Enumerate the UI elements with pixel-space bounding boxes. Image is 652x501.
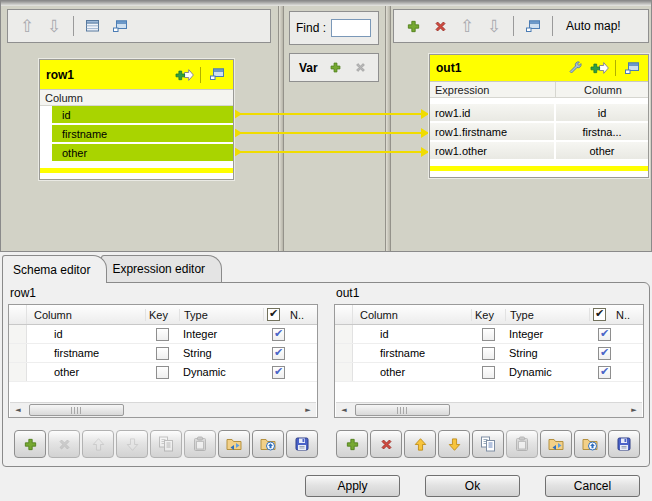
key-checkbox[interactable] xyxy=(482,366,495,379)
move-up-button[interactable] xyxy=(82,430,114,458)
type-cell[interactable]: Dynamic xyxy=(505,366,589,378)
cancel-button[interactable]: Cancel xyxy=(545,475,640,497)
type-cell[interactable]: Dynamic xyxy=(179,366,263,378)
schema-row[interactable]: other Dynamic xyxy=(9,363,317,382)
move-down-button[interactable] xyxy=(116,430,148,458)
scrollbar-track[interactable] xyxy=(352,403,626,418)
mapping-link[interactable] xyxy=(234,132,429,134)
column-cell[interactable]: id xyxy=(556,104,648,121)
paste-button[interactable] xyxy=(184,430,216,458)
apply-button[interactable]: Apply xyxy=(305,475,400,497)
column-name-cell[interactable]: other xyxy=(353,366,471,378)
expression-cell[interactable]: row1.id xyxy=(430,104,556,121)
column-cell[interactable]: other xyxy=(556,142,648,159)
export-schema-button[interactable] xyxy=(574,430,606,458)
detach-window-button[interactable] xyxy=(523,15,543,37)
export-schema-button[interactable] xyxy=(252,430,284,458)
input-column-cell[interactable]: id xyxy=(52,106,233,125)
schema-view-button[interactable] xyxy=(83,15,103,37)
move-down-button[interactable]: ⇩ xyxy=(484,15,504,37)
splitter-left[interactable] xyxy=(278,6,284,251)
move-down-button[interactable] xyxy=(438,430,470,458)
mapping-link[interactable] xyxy=(234,113,429,115)
add-column-button[interactable] xyxy=(589,57,609,79)
select-all-nullable-checkbox[interactable] xyxy=(593,308,606,321)
ok-button[interactable]: Ok xyxy=(425,475,520,497)
import-schema-button[interactable] xyxy=(540,430,572,458)
remove-variable-button[interactable] xyxy=(352,57,369,79)
copy-button[interactable] xyxy=(150,430,182,458)
remove-column-button[interactable] xyxy=(48,430,80,458)
scroll-right-button[interactable]: ► xyxy=(626,403,642,418)
detach-table-button[interactable] xyxy=(207,64,227,86)
key-checkbox[interactable] xyxy=(156,366,169,379)
type-cell[interactable]: String xyxy=(505,347,589,359)
type-cell[interactable]: String xyxy=(179,347,263,359)
key-checkbox[interactable] xyxy=(482,328,495,341)
column-name-cell[interactable]: other xyxy=(27,366,145,378)
schema-row[interactable]: id Integer xyxy=(335,325,643,344)
add-column-button[interactable] xyxy=(14,430,46,458)
column-name-cell[interactable]: id xyxy=(27,328,145,340)
detach-window-button[interactable] xyxy=(110,15,130,37)
column-name-cell[interactable]: firstname xyxy=(353,347,471,359)
scroll-right-button[interactable]: ► xyxy=(300,403,316,418)
output-row[interactable]: row1.id id xyxy=(430,104,648,123)
move-up-button[interactable]: ⇧ xyxy=(17,15,37,37)
scrollbar-thumb[interactable] xyxy=(355,404,450,416)
input-column-cell[interactable]: firstname xyxy=(52,125,233,144)
save-schema-button[interactable] xyxy=(608,430,640,458)
tab-schema-editor[interactable]: Schema editor xyxy=(2,255,107,283)
input-column-cell[interactable]: other xyxy=(52,144,233,163)
scrollbar-thumb[interactable] xyxy=(29,404,124,416)
move-up-button[interactable]: ⇧ xyxy=(457,15,477,37)
splitter-right[interactable] xyxy=(385,6,391,251)
paste-button[interactable] xyxy=(506,430,538,458)
select-all-nullable-checkbox[interactable] xyxy=(267,308,280,321)
schema-row[interactable]: firstname String xyxy=(9,344,317,363)
add-output-column-button[interactable] xyxy=(403,15,423,37)
column-name-cell[interactable]: id xyxy=(353,328,471,340)
schema-row[interactable]: other Dynamic xyxy=(335,363,643,382)
expression-cell[interactable]: row1.firstname xyxy=(430,123,556,140)
nullable-checkbox[interactable] xyxy=(598,328,611,341)
nullable-checkbox[interactable] xyxy=(598,366,611,379)
schema-row[interactable]: firstname String xyxy=(335,344,643,363)
key-checkbox[interactable] xyxy=(156,347,169,360)
remove-column-button[interactable] xyxy=(370,430,402,458)
output-row[interactable]: row1.firstname firstna... xyxy=(430,123,648,142)
nullable-checkbox[interactable] xyxy=(272,366,285,379)
column-name-cell[interactable]: firstname xyxy=(27,347,145,359)
input-row[interactable]: other xyxy=(40,144,233,163)
move-down-button[interactable]: ⇩ xyxy=(44,15,64,37)
scroll-left-button[interactable]: ◄ xyxy=(336,403,352,418)
detach-table-button[interactable] xyxy=(622,57,642,79)
move-up-button[interactable] xyxy=(404,430,436,458)
mapping-link[interactable] xyxy=(234,151,429,153)
input-row[interactable]: id xyxy=(40,106,233,125)
scroll-left-button[interactable]: ◄ xyxy=(10,403,26,418)
copy-button[interactable] xyxy=(472,430,504,458)
add-column-button[interactable] xyxy=(174,64,194,86)
nullable-checkbox[interactable] xyxy=(272,328,285,341)
tab-expression-editor[interactable]: Expression editor xyxy=(101,255,222,282)
scrollbar-track[interactable] xyxy=(26,403,300,418)
nullable-checkbox[interactable] xyxy=(598,347,611,360)
add-column-button[interactable] xyxy=(336,430,368,458)
nullable-checkbox[interactable] xyxy=(272,347,285,360)
key-checkbox[interactable] xyxy=(482,347,495,360)
settings-button[interactable] xyxy=(565,57,585,79)
add-variable-button[interactable] xyxy=(327,57,344,79)
remove-output-column-button[interactable] xyxy=(430,15,450,37)
column-cell[interactable]: firstna... xyxy=(556,123,648,140)
expression-cell[interactable]: row1.other xyxy=(430,142,556,159)
type-cell[interactable]: Integer xyxy=(179,328,263,340)
save-schema-button[interactable] xyxy=(286,430,318,458)
auto-map-button[interactable]: Auto map! xyxy=(562,19,625,33)
key-checkbox[interactable] xyxy=(156,328,169,341)
find-input[interactable] xyxy=(331,19,371,37)
output-row[interactable]: row1.other other xyxy=(430,142,648,161)
import-schema-button[interactable] xyxy=(218,430,250,458)
type-cell[interactable]: Integer xyxy=(505,328,589,340)
schema-row[interactable]: id Integer xyxy=(9,325,317,344)
